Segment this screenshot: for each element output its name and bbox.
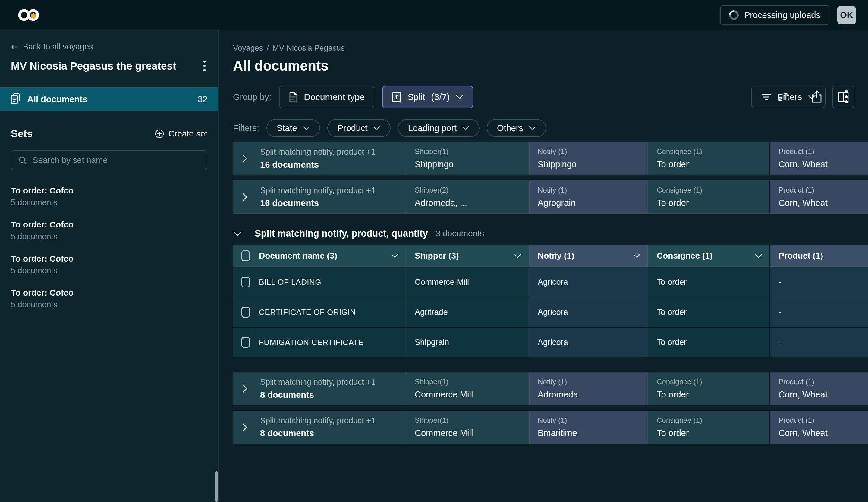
- page-title: All documents: [233, 57, 868, 74]
- back-to-voyages-link[interactable]: Back to all voyages: [11, 42, 218, 52]
- cell-label: Shipper(2): [415, 186, 529, 194]
- group-row-collapsed[interactable]: Split matching notify, product +1 8 docu…: [233, 411, 868, 444]
- sidebar: Back to all voyages MV Nicosia Pegasus t…: [0, 30, 219, 502]
- group-cell-consignee: Consignee (1) To order: [648, 411, 770, 444]
- set-search-box: [11, 150, 207, 170]
- split-count: (3/7): [431, 92, 450, 102]
- create-set-button[interactable]: Create set: [155, 129, 207, 139]
- cell-value: Commerce Mill: [415, 390, 529, 399]
- set-list-item[interactable]: To order: Cofco 5 documents: [11, 254, 207, 275]
- breadcrumb-separator: /: [267, 43, 269, 53]
- set-item-title: To order: Cofco: [11, 254, 207, 264]
- group-cell-consignee: Consignee (1) To order: [648, 180, 770, 213]
- group-cell-shipper: Shipper(1) Commerce Mill: [406, 372, 529, 405]
- table-row[interactable]: FUMIGATION CERTIFICATE Shipgrain Agricor…: [233, 327, 868, 357]
- table-row[interactable]: BILL OF LADING Commerce Mill Agricora To…: [233, 267, 868, 297]
- cell-value: To order: [657, 390, 769, 399]
- cell-label: Product (1): [778, 186, 868, 194]
- set-search-input[interactable]: [32, 156, 200, 165]
- sidebar-item-all-documents[interactable]: All documents 32: [0, 87, 218, 111]
- set-item-title: To order: Cofco: [11, 186, 207, 196]
- filters-button[interactable]: Filters: [751, 86, 826, 108]
- columns-icon: [838, 92, 849, 102]
- filter-pill-product[interactable]: Product: [327, 119, 391, 137]
- group-cell-shipper: Shipper(1) Shippingo: [406, 142, 529, 175]
- row-checkbox[interactable]: [241, 337, 250, 348]
- chevron-right-icon: [242, 384, 247, 393]
- cell-label: Consignee (1): [657, 147, 769, 156]
- table-row[interactable]: CERTIFICATE OF ORIGIN Agritrade Agricora…: [233, 297, 868, 327]
- cell-document-name: BILL OF LADING: [233, 267, 406, 297]
- cell-label: Product (1): [778, 147, 868, 156]
- breadcrumb-voyages-link[interactable]: Voyages: [233, 43, 263, 53]
- voyage-menu-kebab-icon[interactable]: [202, 59, 207, 73]
- processing-uploads-label: Processing uploads: [744, 10, 820, 20]
- filter-pill-state[interactable]: State: [267, 119, 320, 137]
- split-icon: [392, 92, 402, 103]
- column-header-notify[interactable]: Notify (1): [529, 245, 648, 267]
- column-view-button[interactable]: [832, 86, 855, 108]
- chevron-down-icon: [233, 231, 242, 236]
- column-header-document-name[interactable]: Document name (3): [233, 245, 406, 267]
- set-item-subtitle: 5 documents: [11, 232, 207, 241]
- cell-notify: Agricora: [529, 297, 648, 327]
- top-bar: Processing uploads OK: [0, 0, 868, 30]
- chevron-down-icon: [373, 126, 380, 130]
- app-logo[interactable]: [18, 8, 40, 22]
- set-item-subtitle: 5 documents: [11, 266, 207, 275]
- cell-value: Adromeda, ...: [415, 198, 529, 208]
- group-by-document-type-button[interactable]: Document type: [279, 86, 374, 108]
- set-item-title: To order: Cofco: [11, 220, 207, 230]
- filter-pill-label: State: [277, 123, 297, 133]
- group-row-collapsed[interactable]: Split matching notify, product +1 16 doc…: [233, 142, 868, 175]
- processing-uploads-button[interactable]: Processing uploads: [720, 5, 829, 25]
- infinity-logo-icon: [18, 8, 40, 22]
- cell-document-name: CERTIFICATE OF ORIGIN: [233, 297, 406, 327]
- column-header-shipper[interactable]: Shipper (3): [406, 245, 529, 267]
- group-title: Split matching notify, product +1: [260, 147, 375, 157]
- cell-label: Notify (1): [538, 378, 648, 386]
- filter-pill-loading-port[interactable]: Loading port: [398, 119, 479, 137]
- column-header-product[interactable]: Product (1): [770, 245, 868, 267]
- chevron-down-icon: [755, 254, 762, 258]
- sidebar-scrollbar[interactable]: [216, 471, 218, 502]
- filter-pill-others[interactable]: Others: [487, 119, 546, 137]
- cell-value: Corn, Wheat: [778, 428, 868, 438]
- cell-label: Notify (1): [538, 186, 648, 194]
- select-all-checkbox[interactable]: [241, 250, 250, 261]
- expanded-group-title: Split matching notify, product, quantity: [255, 228, 428, 239]
- user-avatar-button[interactable]: OK: [837, 6, 856, 24]
- spinner-icon: [727, 8, 741, 22]
- set-list-item[interactable]: To order: Cofco 5 documents: [11, 186, 207, 207]
- set-list-item[interactable]: To order: Cofco 5 documents: [11, 220, 207, 241]
- column-header-label: Consignee (1): [657, 251, 712, 261]
- group-cell-shipper: Shipper(2) Adromeda, ...: [406, 180, 529, 213]
- chevron-right-icon: [242, 154, 247, 163]
- chevron-down-icon: [633, 254, 640, 258]
- cell-value: To order: [657, 159, 769, 169]
- row-checkbox[interactable]: [241, 276, 250, 287]
- cell-value: Shippingo: [415, 159, 529, 169]
- group-cell-notify: Notify (1) Shippingo: [529, 142, 648, 175]
- chevron-down-icon: [302, 126, 310, 130]
- group-row-expanded-header[interactable]: Split matching notify, product, quantity…: [233, 225, 868, 242]
- group-row-collapsed[interactable]: Split matching notify, product +1 16 doc…: [233, 180, 868, 213]
- group-cell-product: Product (1) Corn, Wheat: [770, 180, 868, 213]
- documents-icon: [11, 93, 21, 105]
- cell-consignee: To order: [648, 267, 770, 297]
- cell-product: -: [770, 327, 868, 357]
- sets-heading: Sets: [11, 128, 32, 139]
- breadcrumb: Voyages / MV Nicosia Pegasus: [233, 43, 868, 53]
- set-list-item[interactable]: To order: Cofco 5 documents: [11, 288, 207, 310]
- cell-label: Notify (1): [538, 147, 648, 156]
- row-checkbox[interactable]: [241, 307, 250, 317]
- column-header-consignee[interactable]: Consignee (1): [648, 245, 770, 267]
- group-by-split-button[interactable]: Split (3/7): [382, 86, 473, 108]
- group-title: Split matching notify, product +1: [260, 378, 375, 387]
- group-row-collapsed[interactable]: Split matching notify, product +1 8 docu…: [233, 372, 868, 405]
- arrow-left-icon: [11, 44, 19, 50]
- document-type-label: Document type: [304, 92, 365, 102]
- cell-notify: Agricora: [529, 327, 648, 357]
- chevron-right-icon: [242, 192, 247, 201]
- chevron-down-icon: [514, 254, 521, 258]
